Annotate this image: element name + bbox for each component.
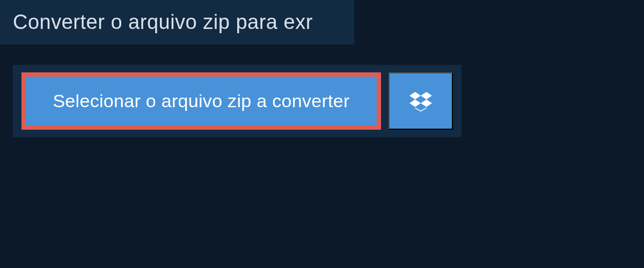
select-file-button[interactable]: Selecionar o arquivo zip a converter <box>21 72 381 130</box>
dropbox-icon <box>409 90 432 113</box>
upload-panel: Selecionar o arquivo zip a converter <box>13 65 462 137</box>
page-title: Converter o arquivo zip para exr <box>13 11 341 34</box>
dropbox-button[interactable] <box>389 72 453 130</box>
select-file-label: Selecionar o arquivo zip a converter <box>53 91 349 111</box>
page-header: Converter o arquivo zip para exr <box>0 0 354 44</box>
